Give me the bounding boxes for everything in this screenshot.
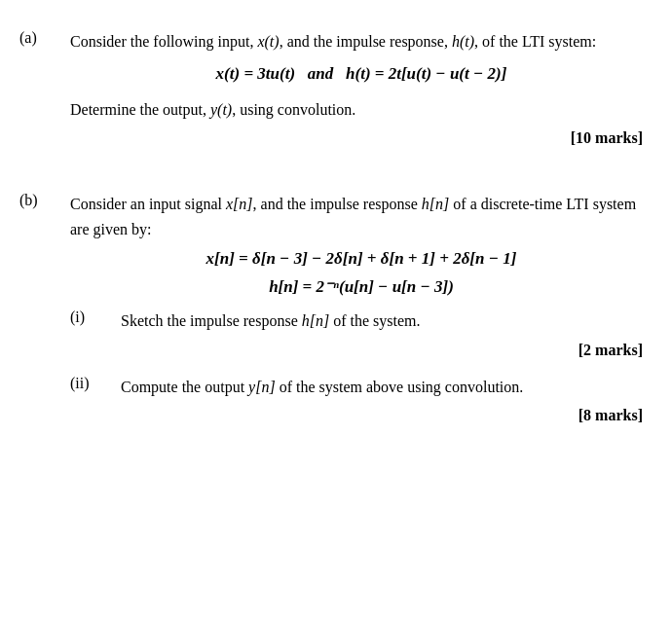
question-b-label: (b) — [19, 192, 70, 432]
marks-b-i: [2 marks] — [121, 338, 653, 363]
spacer-1 — [19, 174, 653, 192]
var-yt: y(t) — [210, 101, 232, 118]
sub-question-i: (i) Sketch the impulse response h[n] of … — [70, 308, 653, 362]
question-b-content: Consider an input signal x[n], and the i… — [70, 192, 653, 432]
formula-xn: x[n] = δ[n − 3] − 2δ[n] + δ[n + 1] + 2δ[… — [70, 249, 653, 269]
sub-question-ii: (ii) Compute the output y[n] of the syst… — [70, 375, 653, 428]
question-a-content: Consider the following input, x(t), and … — [70, 29, 653, 147]
sub-content-i: Sketch the impulse response h[n] of the … — [121, 308, 653, 362]
var-ht: h(t) — [452, 33, 474, 50]
sub-content-ii: Compute the output y[n] of the system ab… — [121, 375, 653, 428]
var-hn-i: h[n] — [302, 312, 329, 329]
marks-a: [10 marks] — [70, 129, 653, 147]
sub-label-ii: (ii) — [70, 375, 121, 428]
var-xt: x(t) — [257, 33, 279, 50]
sub-label-i: (i) — [70, 308, 121, 362]
question-a-label: (a) — [19, 29, 70, 147]
formula-lhs: x(t) = 3tu(t) — [216, 64, 295, 83]
var-hn: h[n] — [422, 196, 449, 212]
question-b-intro: Consider an input signal x[n], and the i… — [70, 192, 653, 241]
question-a: (a) Consider the following input, x(t), … — [19, 29, 653, 147]
question-a-determine: Determine the output, y(t), using convol… — [70, 97, 653, 123]
question-a-intro: Consider the following input, x(t), and … — [70, 29, 653, 54]
label-a: (a) — [19, 29, 37, 46]
question-b: (b) Consider an input signal x[n], and t… — [19, 192, 653, 432]
formula-and: and — [308, 64, 333, 83]
var-xn: x[n] — [226, 196, 253, 212]
formula-hn: h[n] = 2⁻ⁿ(u[n] − u[n − 3]) — [70, 276, 653, 297]
var-yn-ii: y[n] — [248, 379, 276, 395]
marks-b-ii: [8 marks] — [121, 403, 653, 428]
formula-rhs: h(t) = 2t[u(t) − u(t − 2)] — [346, 64, 506, 83]
formula-a: x(t) = 3tu(t) and h(t) = 2t[u(t) − u(t −… — [70, 64, 653, 84]
label-b: (b) — [19, 192, 38, 208]
